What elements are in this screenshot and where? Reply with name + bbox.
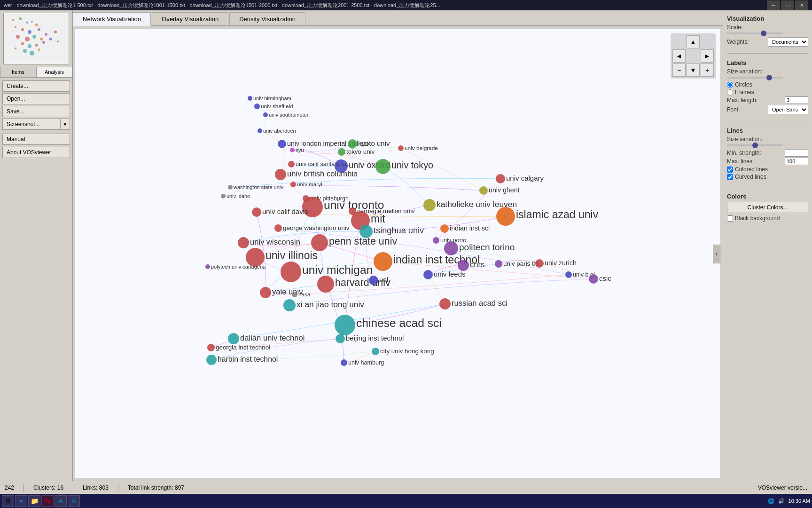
max-lines-row: Max. lines:: [727, 158, 808, 165]
svg-point-2: [26, 22, 28, 24]
about-button[interactable]: About VOSviewer: [2, 147, 70, 158]
taskbar-folder-icon[interactable]: 📁: [28, 495, 40, 507]
svg-point-24: [57, 40, 59, 42]
tab-overlay[interactable]: Overlay Visualization: [152, 12, 228, 25]
svg-text:univ british columbia: univ british columbia: [287, 169, 358, 178]
tab-network[interactable]: Network Visualization: [73, 12, 151, 26]
svg-point-129: [206, 355, 217, 365]
lines-size-thumb[interactable]: [752, 143, 758, 148]
svg-point-69: [252, 207, 261, 217]
close-button[interactable]: ✕: [795, 0, 808, 10]
nav-empty-mid: [687, 49, 700, 63]
visualization-section: Visualization Scale: Weights: Documents: [727, 15, 808, 48]
nav-empty-tr: [701, 35, 714, 48]
viz-canvas[interactable]: univ birminghamuniv sheffielduniv southa…: [75, 28, 721, 479]
status-divider-2: [73, 484, 73, 492]
svg-text:nasa: nasa: [298, 291, 311, 298]
frames-radio[interactable]: [727, 89, 733, 95]
lines-section: Lines Size variation: Min. strength: Max…: [727, 127, 808, 181]
svg-text:univ southampton: univ southampton: [269, 112, 310, 118]
scale-thumb[interactable]: [761, 31, 766, 36]
black-background-checkbox[interactable]: [727, 215, 733, 222]
labels-size-slider[interactable]: [727, 77, 783, 79]
svg-point-119: [335, 315, 355, 335]
lines-size-slider[interactable]: [727, 144, 783, 146]
tab-density[interactable]: Density Visualization: [229, 12, 305, 25]
minimize-button[interactable]: ─: [767, 0, 780, 10]
status-divider-3: [118, 484, 118, 492]
maximize-button[interactable]: □: [781, 0, 794, 10]
nav-controls: ▲ ◄ ► − ▼ +: [671, 33, 716, 79]
colored-lines-checkbox[interactable]: [727, 167, 733, 173]
screenshot-button[interactable]: Screenshot...: [2, 119, 61, 130]
weights-dropdown[interactable]: Documents: [768, 37, 808, 47]
save-button[interactable]: Save...: [2, 106, 70, 117]
curved-lines-checkbox[interactable]: [727, 174, 733, 180]
panel-collapse-arrow[interactable]: ›: [713, 245, 720, 263]
svg-point-71: [496, 207, 515, 226]
open-button[interactable]: Open...: [2, 93, 70, 104]
nav-left-button[interactable]: ◄: [672, 49, 686, 63]
max-length-input[interactable]: [785, 96, 808, 104]
svg-text:univ belgrade: univ belgrade: [405, 145, 438, 151]
circles-radio[interactable]: [727, 82, 733, 88]
svg-point-49: [275, 169, 286, 180]
nav-right-button[interactable]: ►: [701, 49, 714, 63]
taskbar-sound-icon: 🔊: [778, 498, 785, 504]
colored-lines-label: Colored lines: [735, 166, 768, 173]
visualization-title: Visualization: [727, 15, 808, 22]
tabs-bar: Network Visualization Overlay Visualizat…: [73, 10, 723, 26]
svg-point-31: [258, 128, 262, 133]
svg-point-33: [278, 140, 286, 148]
svg-text:penn state univ: penn state univ: [329, 236, 397, 247]
scale-slider[interactable]: [727, 32, 783, 34]
create-button[interactable]: Create...: [2, 80, 70, 92]
taskbar-desktop-icon[interactable]: ⊞: [2, 495, 14, 507]
max-lines-input[interactable]: [785, 158, 808, 165]
taskbar-a2-icon[interactable]: A: [68, 495, 80, 507]
labels-size-row: Size variation:: [727, 68, 808, 75]
svg-point-37: [398, 145, 404, 151]
svg-point-14: [49, 38, 52, 40]
screenshot-row: Screenshot... ▼: [2, 119, 70, 130]
svg-point-55: [479, 186, 488, 195]
svg-point-18: [42, 41, 45, 44]
nav-empty-tl: [672, 35, 686, 48]
taskbar-w-icon[interactable]: W: [41, 495, 54, 507]
labels-size-thumb[interactable]: [766, 75, 772, 80]
network-svg: univ birminghamuniv sheffielduniv southa…: [75, 29, 720, 478]
min-strength-input[interactable]: [785, 149, 808, 157]
svg-point-12: [40, 38, 43, 40]
svg-point-51: [496, 174, 505, 183]
svg-point-47: [375, 159, 390, 174]
screenshot-arrow[interactable]: ▼: [61, 119, 70, 130]
svg-point-45: [288, 161, 295, 167]
font-dropdown[interactable]: Open Sans: [768, 105, 808, 114]
svg-point-13: [45, 33, 47, 36]
nav-zoom-in-button[interactable]: +: [701, 64, 714, 77]
svg-text:univ maryl: univ maryl: [297, 181, 322, 188]
nav-up-button[interactable]: ▲: [687, 35, 700, 48]
nav-zoom-out-button[interactable]: −: [672, 64, 686, 77]
sidebar-buttons: Create... Open... Save... Screenshot... …: [0, 78, 72, 133]
taskbar-ie-icon[interactable]: ℯ: [15, 495, 27, 507]
circles-label: Circles: [735, 81, 752, 88]
taskbar-network-icon: 🌐: [768, 498, 774, 504]
svg-point-17: [35, 44, 38, 47]
main-layout: Items Analysis Create... Open... Save...…: [0, 10, 812, 481]
svg-text:chinese acad sci: chinese acad sci: [356, 317, 442, 329]
analysis-tab[interactable]: Analysis: [36, 67, 72, 77]
manual-button[interactable]: Manual: [2, 134, 70, 145]
svg-text:mit: mit: [371, 213, 385, 225]
titlebar: wer - download_压力缓解理论1-500.txt - downloa…: [0, 0, 812, 10]
nav-down-button[interactable]: ▼: [687, 64, 700, 77]
svg-point-4: [31, 21, 33, 23]
items-tab[interactable]: Items: [0, 67, 36, 77]
taskbar-a1-icon[interactable]: A: [55, 495, 67, 507]
circles-row: Circles: [727, 81, 808, 88]
svg-point-22: [38, 48, 40, 51]
minimap[interactable]: [3, 13, 69, 64]
cluster-colors-button[interactable]: Cluster Colors...: [727, 202, 808, 213]
svg-point-9: [16, 35, 20, 39]
svg-point-21: [30, 51, 34, 56]
